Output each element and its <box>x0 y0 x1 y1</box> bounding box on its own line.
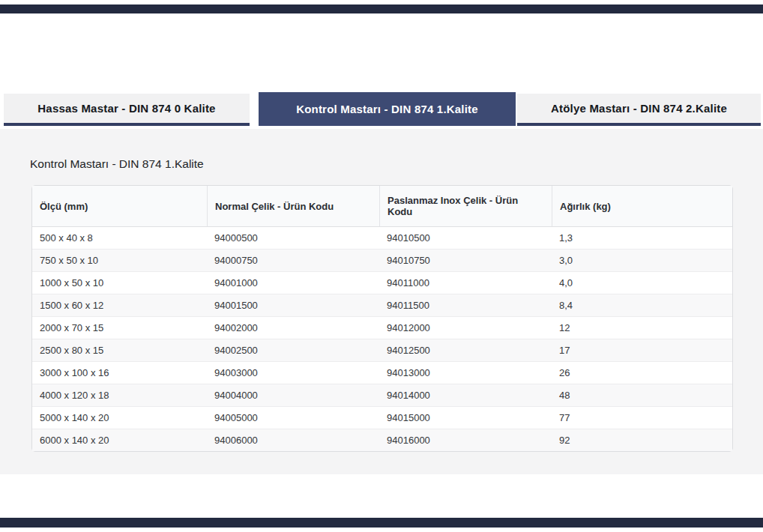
table-cell: 4000 x 120 x 18 <box>32 384 207 406</box>
table-cell: 94001500 <box>207 294 379 316</box>
table-row: 1000 x 50 x 1094001000940110004,0 <box>32 271 732 294</box>
table-row: 750 x 50 x 1094000750940107503,0 <box>32 249 732 271</box>
table-row: 500 x 40 x 894000500940105001,3 <box>32 227 732 249</box>
table-cell: 94012500 <box>379 339 552 361</box>
table-cell: 77 <box>552 406 732 429</box>
table-cell: 94001000 <box>207 271 379 294</box>
table-cell: 94006000 <box>207 429 379 451</box>
table-row: 3000 x 100 x 16940030009401300026 <box>32 361 732 384</box>
table-cell: 3,0 <box>552 249 732 271</box>
table-cell: 94010750 <box>379 249 552 271</box>
table-cell: 94004000 <box>207 384 379 406</box>
table-cell: 2500 x 80 x 15 <box>32 339 207 361</box>
table-cell: 94000750 <box>207 249 379 271</box>
spec-table-body: 500 x 40 x 894000500940105001,3750 x 50 … <box>32 227 732 451</box>
table-row: 1500 x 60 x 1294001500940115008,4 <box>32 294 732 316</box>
column-header: Ölçü (mm) <box>32 186 207 227</box>
table-cell: 4,0 <box>552 271 732 294</box>
table-cell: 500 x 40 x 8 <box>32 227 207 249</box>
table-cell: 92 <box>552 429 732 451</box>
table-cell: 94016000 <box>379 429 552 451</box>
table-cell: 94012000 <box>379 316 552 339</box>
table-cell: 94013000 <box>379 361 552 384</box>
header-row: Ölçü (mm)Normal Çelik - Ürün KoduPaslanm… <box>32 186 732 227</box>
table-row: 2000 x 70 x 15940020009401200012 <box>32 316 732 339</box>
spec-table-container: Ölçü (mm)Normal Çelik - Ürün KoduPaslanm… <box>31 185 732 452</box>
table-row: 6000 x 140 x 20940060009401600092 <box>32 429 732 451</box>
tab-panel: Kontrol Mastarı - DIN 874 1.Kalite Ölçü … <box>0 129 763 474</box>
table-row: 5000 x 140 x 20940050009401500077 <box>32 406 732 429</box>
column-header: Ağırlık (kg) <box>552 186 732 227</box>
table-cell: 94005000 <box>207 406 379 429</box>
table-cell: 94014000 <box>379 384 552 406</box>
table-cell: 94003000 <box>207 361 379 384</box>
top-section-edge <box>0 4 763 13</box>
table-cell: 94011000 <box>379 271 552 294</box>
table-cell: 6000 x 140 x 20 <box>32 429 207 451</box>
table-cell: 48 <box>552 384 732 406</box>
table-cell: 1000 x 50 x 10 <box>32 271 207 294</box>
table-cell: 94000500 <box>207 227 379 249</box>
column-header: Normal Çelik - Ürün Kodu <box>207 186 379 227</box>
table-cell: 26 <box>552 361 732 384</box>
panel-heading: Kontrol Mastarı - DIN 874 1.Kalite <box>30 157 204 171</box>
bottom-section-edge <box>0 518 763 528</box>
tab[interactable]: Hassas Mastar - DIN 874 0 Kalite <box>4 94 250 126</box>
table-row: 2500 x 80 x 15940025009401250017 <box>32 339 732 361</box>
table-cell: 94010500 <box>379 227 552 249</box>
column-header: Paslanmaz Inox Çelik - Ürün Kodu <box>379 186 552 227</box>
table-row: 4000 x 120 x 18940040009401400048 <box>32 384 732 406</box>
table-cell: 12 <box>552 316 732 339</box>
table-cell: 1,3 <box>552 227 732 249</box>
spec-table-header: Ölçü (mm)Normal Çelik - Ürün KoduPaslanm… <box>32 186 732 227</box>
table-cell: 5000 x 140 x 20 <box>32 406 207 429</box>
table-cell: 3000 x 100 x 16 <box>32 361 207 384</box>
table-cell: 94011500 <box>379 294 552 316</box>
table-cell: 94002000 <box>207 316 379 339</box>
table-cell: 8,4 <box>552 294 732 316</box>
table-cell: 750 x 50 x 10 <box>32 249 207 271</box>
table-cell: 94015000 <box>379 406 552 429</box>
table-cell: 2000 x 70 x 15 <box>32 316 207 339</box>
spec-table: Ölçü (mm)Normal Çelik - Ürün KoduPaslanm… <box>31 185 733 452</box>
tab[interactable]: Atölye Mastarı - DIN 874 2.Kalite <box>517 94 761 126</box>
table-cell: 17 <box>552 339 732 361</box>
table-cell: 94002500 <box>207 339 379 361</box>
table-cell: 1500 x 60 x 12 <box>32 294 207 316</box>
tab[interactable]: Kontrol Mastarı - DIN 874 1.Kalite <box>259 92 516 126</box>
tab-bar: Hassas Mastar - DIN 874 0 KaliteKontrol … <box>0 92 763 126</box>
